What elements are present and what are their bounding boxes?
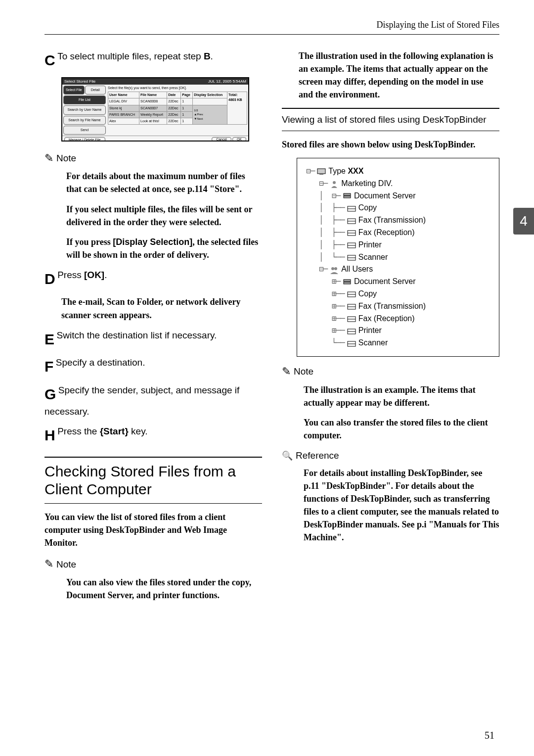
step-h: H Press the {Start} key. bbox=[44, 425, 262, 446]
step-c-frag2: . bbox=[211, 51, 213, 61]
col-file[interactable]: File Name bbox=[139, 92, 167, 98]
step-d-frag2: . bbox=[104, 270, 107, 280]
func-icon bbox=[347, 204, 356, 212]
func-icon bbox=[347, 339, 356, 347]
step-f-text: Specify a destination. bbox=[56, 357, 145, 368]
sb-tab-select[interactable]: Select File bbox=[63, 86, 85, 94]
col-user[interactable]: User Name bbox=[108, 92, 139, 98]
svg-rect-1 bbox=[319, 174, 323, 175]
step-g-text: Specify the sender, subject, and message… bbox=[44, 385, 239, 417]
step-e-text: Switch the destination list if necessary… bbox=[57, 330, 217, 340]
sb-manage[interactable]: Manage / Delete File bbox=[64, 137, 105, 142]
note2-label: Note bbox=[56, 558, 76, 571]
section-heading: Checking Stored Files from a Client Comp… bbox=[44, 457, 262, 504]
svg-point-2 bbox=[333, 181, 336, 184]
server-icon bbox=[342, 278, 352, 286]
step-e: E Switch the destination list if necessa… bbox=[44, 329, 262, 350]
sb-total: Total: bbox=[228, 93, 246, 97]
step-letter-c: C bbox=[44, 49, 55, 71]
func-icon bbox=[347, 253, 356, 261]
step-letter-f: F bbox=[44, 356, 53, 378]
table-row[interactable]: LEGAL DIVSCAN000822Dec1 bbox=[108, 98, 247, 105]
note3-label: Note bbox=[294, 365, 313, 378]
note1-p2: If you select multiple files, the files … bbox=[66, 203, 262, 229]
sb-total-val: 4803 KB bbox=[228, 97, 246, 102]
sb-time: JUL 12, 2005 5:54AM bbox=[208, 79, 246, 85]
device-icon bbox=[316, 167, 326, 175]
left-column: C To select multiple files, repeat step … bbox=[44, 49, 262, 609]
step-c-text: To select multiple files, repeat step B. bbox=[57, 51, 213, 61]
func-icon bbox=[347, 327, 356, 335]
col-page[interactable]: Page bbox=[181, 92, 193, 98]
note3-heading: Note bbox=[282, 364, 499, 379]
note1-p1: For details about the maximum number of … bbox=[66, 170, 262, 195]
right-column: The illustration used in the following e… bbox=[282, 49, 499, 609]
note-label: Note bbox=[56, 151, 76, 165]
sb-search-file[interactable]: Search by File Name bbox=[63, 116, 106, 125]
user-icon bbox=[329, 180, 339, 188]
reference-heading: Reference bbox=[282, 449, 499, 463]
reference-body: For details about installing DeskTopBind… bbox=[304, 467, 499, 544]
func-icon bbox=[347, 302, 356, 310]
svg-rect-0 bbox=[317, 169, 325, 174]
svg-point-16 bbox=[334, 267, 337, 270]
note3-p1: The illustration is an example. The item… bbox=[304, 383, 499, 409]
sb-hint: Select the file(s) you want to send, the… bbox=[108, 86, 247, 91]
server-icon bbox=[342, 192, 352, 200]
section-intro: You can view the list of stored files fr… bbox=[44, 511, 262, 549]
step-letter-g: G bbox=[44, 383, 56, 405]
sb-tab-detail[interactable]: Detail bbox=[85, 86, 106, 94]
running-header: Displaying the List of Stored Files bbox=[44, 20, 499, 35]
svg-rect-17 bbox=[344, 280, 351, 282]
note1-p3: If you press [Display Selection], the se… bbox=[66, 236, 262, 261]
func-icon bbox=[347, 229, 356, 236]
step-letter-h: H bbox=[44, 425, 55, 446]
step-c: C To select multiple files, repeat step … bbox=[44, 49, 262, 71]
col-dispsel[interactable]: Display Selection bbox=[193, 92, 227, 98]
magnifier-icon bbox=[282, 449, 293, 463]
note-heading: Note bbox=[44, 150, 262, 166]
step-h-frag1: Press the bbox=[57, 426, 100, 436]
step-g: G Specify the sender, subject, and messa… bbox=[44, 383, 262, 419]
reference-label: Reference bbox=[296, 449, 339, 463]
step-c-frag1: To select multiple files, repeat step bbox=[57, 51, 204, 61]
step-letter-e: E bbox=[44, 329, 54, 350]
pencil-icon bbox=[44, 556, 53, 572]
step-letter-d: D bbox=[44, 268, 55, 290]
svg-rect-18 bbox=[344, 282, 351, 284]
users-icon bbox=[329, 266, 339, 274]
right-intro: The illustration used in the following e… bbox=[299, 49, 499, 101]
sb-filelist[interactable]: File List bbox=[63, 95, 106, 104]
page-number: 51 bbox=[485, 730, 494, 741]
stored-file-screenshot: Select Stored File JUL 12, 2005 5:54AM S… bbox=[61, 77, 249, 142]
sb-cancel[interactable]: Cancel bbox=[212, 137, 231, 142]
col-date[interactable]: Date bbox=[167, 92, 181, 98]
step-f: F Specify a destination. bbox=[44, 356, 262, 378]
step-d: D Press [OK]. bbox=[44, 268, 262, 290]
sb-search-user[interactable]: Search by User Name bbox=[63, 105, 106, 114]
note2-body: You can also view the files stored under… bbox=[66, 576, 262, 602]
step-h-frag2: key. bbox=[129, 426, 148, 436]
chapter-tab: 4 bbox=[513, 208, 534, 235]
sb-ok[interactable]: OK bbox=[232, 137, 246, 142]
note3-p2: You can also transfer the stored files t… bbox=[304, 416, 499, 442]
step-d-body: The e-mail, Scan to Folder, or network d… bbox=[61, 295, 262, 321]
sb-title: Select Stored File bbox=[64, 79, 95, 85]
desktopbinder-tree: ⊟─Type XXX ⊟─Marketing DIV. │ ⊟─Document… bbox=[297, 158, 499, 357]
subsection-body: Stored files are shown below using DeskT… bbox=[282, 138, 499, 151]
pencil-icon bbox=[282, 364, 291, 379]
func-icon bbox=[347, 315, 356, 323]
step-h-key: {Start} bbox=[100, 426, 129, 436]
step-d-key: [OK] bbox=[84, 270, 104, 280]
table-row[interactable]: Stone kjSCAN000722Dec11/2▲Prev.▼Next bbox=[108, 105, 247, 111]
func-icon bbox=[347, 217, 356, 225]
sb-send[interactable]: Send bbox=[63, 126, 106, 135]
pencil-icon bbox=[44, 150, 53, 166]
func-icon bbox=[347, 241, 356, 249]
sb-table: User Name File Name Date Page Display Se… bbox=[108, 92, 247, 125]
svg-point-15 bbox=[331, 267, 334, 270]
svg-rect-4 bbox=[344, 196, 351, 198]
subsection-heading: Viewing a list of stored files using Des… bbox=[282, 108, 499, 131]
step-c-key: B bbox=[204, 51, 211, 61]
svg-rect-3 bbox=[344, 193, 351, 195]
